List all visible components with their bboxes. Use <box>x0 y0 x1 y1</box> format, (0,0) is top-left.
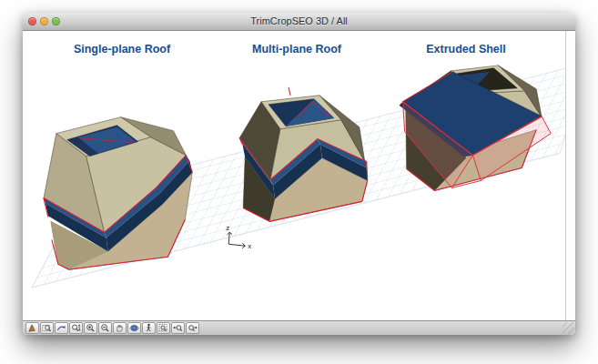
orbit-arrow-icon <box>56 323 66 333</box>
explore-tool[interactable] <box>25 322 39 334</box>
label-single-plane-roof: Single-plane Roof <box>35 43 208 56</box>
zoom-out-tool[interactable] <box>98 322 112 334</box>
bottom-toolbar <box>23 320 575 335</box>
label-multi-plane-roof: Multi-plane Roof <box>210 43 383 56</box>
model-multi-plane-roof[interactable] <box>239 87 368 222</box>
axis-z-label: z <box>226 224 229 232</box>
previous-view-tool[interactable] <box>171 322 185 334</box>
minimize-button[interactable] <box>40 17 48 25</box>
resize-grip[interactable] <box>563 322 574 334</box>
fit-in-window-tool[interactable] <box>157 322 170 334</box>
explore-icon <box>27 323 37 333</box>
walk-tool[interactable] <box>142 322 156 334</box>
app-window: TrimCropSEO 3D / All Single-plane Roof M… <box>23 13 575 335</box>
window-title: TrimCropSEO 3D / All <box>23 13 575 30</box>
next-view-tool[interactable] <box>186 322 199 334</box>
axis-x-label: x <box>248 242 251 250</box>
next-view-icon <box>188 323 198 333</box>
close-button[interactable] <box>28 17 36 25</box>
pan-hand-icon <box>115 323 125 333</box>
previous-view-icon <box>173 323 183 333</box>
orbit-page-tool[interactable] <box>55 322 68 334</box>
zoom-button[interactable] <box>52 17 60 25</box>
walk-person-icon <box>144 323 154 333</box>
3d-viewport[interactable]: Single-plane Roof Multi-plane Roof Extru… <box>23 31 565 320</box>
orbit-view-tool[interactable] <box>127 322 141 334</box>
fit-in-window-icon <box>158 323 168 333</box>
zoom-in-icon <box>86 323 96 333</box>
label-extruded-shell: Extruded Shell <box>380 43 552 56</box>
zoom-out-icon <box>100 323 110 333</box>
3d-scene: z x <box>23 31 565 320</box>
interactive-zoom-tool[interactable] <box>69 322 83 334</box>
model-single-plane-roof[interactable] <box>44 117 192 269</box>
pan-tool[interactable] <box>113 322 127 334</box>
interactive-zoom-icon <box>71 323 81 333</box>
zoom-window-icon <box>42 323 52 333</box>
title-bar[interactable]: TrimCropSEO 3D / All <box>23 13 575 31</box>
orbit-sphere-icon <box>129 323 139 333</box>
model-extruded-shell[interactable] <box>400 66 551 191</box>
zoom-in-tool[interactable] <box>84 322 97 334</box>
zoom-window-tool[interactable] <box>40 322 54 334</box>
vertical-scrollbar[interactable] <box>565 31 575 320</box>
